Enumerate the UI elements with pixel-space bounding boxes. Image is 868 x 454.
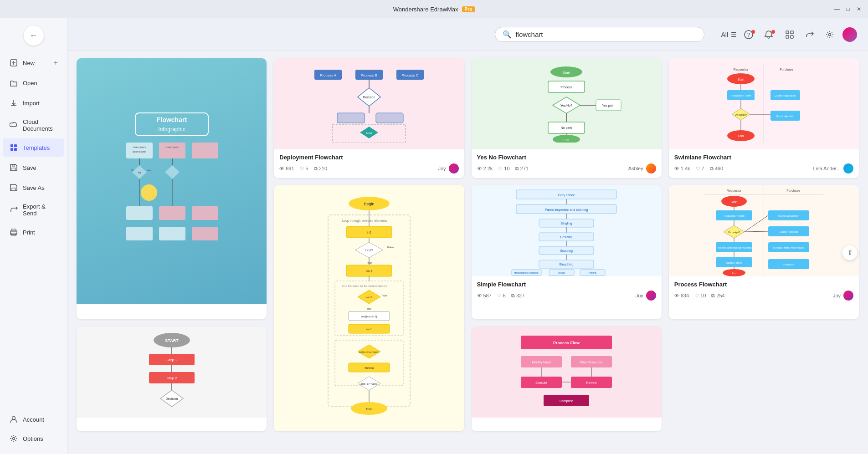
sidebar-item-import[interactable]: Import [3,94,64,112]
sidebar-account-label: Account [23,416,44,423]
svg-rect-43 [159,206,185,220]
svg-text:Release from Warehouse: Release from Warehouse [773,246,804,249]
svg-text:i=i-1?: i=i-1? [365,296,373,299]
template-card-extra[interactable]: START Step 1 Step 2 Decision [77,326,267,432]
sidebar-item-new[interactable]: New + [3,54,64,72]
simple-copies: ⧉ 327 [511,293,524,299]
views-icon: 👁 [674,166,679,171]
template-card-swimlane[interactable]: Requestor Purchase Start Requisition For… [669,58,859,178]
settings-button[interactable] [822,27,837,42]
template-card-deployment[interactable]: Process A Process B Process C Decision [274,58,464,178]
top-toolbar: 🔍 All ☰ ? [67,18,868,51]
deployment-title: Deployment Flowchart [279,154,458,161]
swimlane-copies: ⧉ 460 [710,166,723,172]
yesno-likes: ♡ 10 [498,166,509,172]
template-card-extra2[interactable]: Process Flow Identify Need Plan Resource… [472,326,662,432]
svg-text:arr[i]=arr[i+1]: arr[i]=arr[i+1] [361,315,377,318]
process-meta: 👁 634 ♡ 10 ⧉ 254 [674,291,853,301]
svg-text:Quote rejection: Quote rejection [780,230,798,233]
svg-text:End: End [732,272,737,275]
back-button[interactable]: ← [24,26,44,46]
template-grid: Flowchart Infographic Lorem ipsum dolor … [77,58,859,431]
svg-rect-46 [159,227,185,240]
svg-text:Requestor: Requestor [734,68,749,71]
svg-text:False: False [387,246,394,249]
template-card-process[interactable]: Requestor Purchase Start Requisition For… [669,185,859,319]
sidebar-item-saveas[interactable]: Save As [3,179,64,197]
svg-text:Process A: Process A [320,73,337,77]
notification-button[interactable] [762,27,777,42]
help-button[interactable]: ? [742,27,757,42]
svg-point-24 [829,33,831,36]
svg-rect-8 [12,168,15,171]
account-icon [9,415,18,424]
template-card-simple[interactable]: Gray Fabric Fabric inspection and stitch… [472,185,662,319]
minimize-button[interactable]: — [833,5,841,13]
sidebar-item-save[interactable]: Save [3,158,64,177]
sidebar: ← New + Open Import [0,18,67,454]
svg-rect-10 [12,188,15,191]
views-icon: 👁 [477,293,482,298]
share-button[interactable] [802,27,817,42]
svg-text:Start: Start [731,200,738,204]
svg-text:i=i-1: i=i-1 [366,328,372,331]
process-views: 👁 634 [674,293,689,298]
svg-text:Loop through selected elements: Loop through selected elements [342,219,387,223]
print-icon [9,228,18,237]
search-input[interactable] [515,31,697,38]
deployment-views: 👁 891 [279,166,294,171]
sidebar-saveas-label: Save As [23,184,45,191]
sidebar-item-account[interactable]: Account [3,410,64,428]
svg-text:Process B: Process B [361,73,377,77]
sidebar-item-print[interactable]: Print [3,223,64,241]
apps-button[interactable] [782,27,797,42]
svg-text:Gray Fabric: Gray Fabric [558,194,575,197]
pro-badge: Pro [462,6,475,12]
sidebar-item-export[interactable]: Export & Send [3,199,64,221]
svg-point-41 [141,184,157,201]
svg-text:Start: Start [738,78,745,81]
search-bar[interactable]: 🔍 [495,27,704,42]
sidebar-item-options[interactable]: Options [3,429,64,448]
process-title: Process Flowchart [674,281,853,288]
user-avatar[interactable] [842,27,857,42]
svg-rect-4 [10,144,13,147]
svg-text:Begin: Begin [364,202,374,206]
svg-rect-42 [126,206,153,220]
svg-text:Infographic: Infographic [158,126,185,133]
svg-text:Quote acquisition: Quote acquisition [775,94,796,97]
process-info: Process Flowchart 👁 634 ♡ 10 ⧉ [669,276,859,305]
author-avatar-ashley [646,163,656,173]
sidebar-item-templates[interactable]: Templates [3,138,64,157]
svg-text:Plan Resources: Plan Resources [580,361,603,364]
template-card-yesno[interactable]: Start Process Yes/No? Yes path [472,58,662,178]
sidebar-save-label: Save [23,164,36,171]
yesno-author: Ashley [628,163,656,173]
svg-text:Payment: Payment [784,263,795,266]
sidebar-item-open[interactable]: Open [3,74,64,92]
export-icon [9,205,18,214]
open-icon [9,78,18,87]
author-avatar-joy2 [646,291,656,301]
svg-text:Yes: Yes [147,169,151,172]
deployment-meta: 👁 891 ♡ 5 ⧉ 210 [279,163,458,173]
svg-text:Singling: Singling [561,222,572,225]
template-card-loop[interactable]: Begin Loop through selected elements i=0… [274,185,464,431]
svg-rect-45 [126,227,153,240]
sidebar-item-cloud[interactable]: Cloud Documents [3,114,64,137]
svg-text:True: True [367,307,371,310]
likes-icon: ♡ [696,166,700,172]
scroll-top-button[interactable]: ⇧ [842,245,857,260]
svg-text:?: ? [747,32,750,38]
filter-button[interactable]: All ☰ [715,28,742,41]
svg-rect-23 [791,36,793,38]
svg-text:Review: Review [586,381,597,384]
template-card-flowchart-infographic[interactable]: Flowchart Infographic Lorem ipsum dolor … [77,58,267,319]
views-icon: 👁 [477,166,482,171]
svg-text:No: No [138,171,141,174]
svg-rect-31 [159,143,185,158]
svg-rect-60 [337,113,365,123]
window-controls[interactable]: — □ ✕ [833,5,863,13]
maximize-button[interactable]: □ [844,5,852,13]
close-button[interactable]: ✕ [855,5,863,13]
